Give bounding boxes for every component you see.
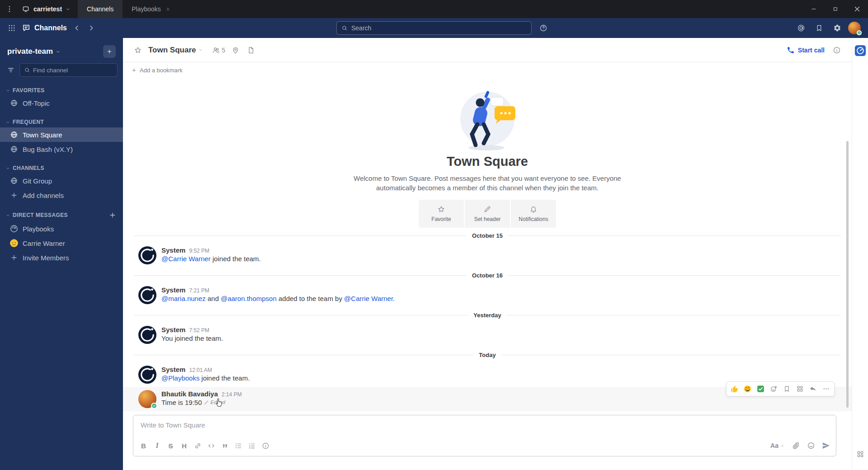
settings-button[interactable]	[830, 21, 844, 35]
italic-button[interactable]: I	[151, 439, 164, 452]
bold-button[interactable]: B	[137, 439, 150, 452]
add-reaction-button[interactable]	[768, 383, 780, 395]
recent-mentions-button[interactable]	[794, 21, 808, 35]
quick-reaction-smile-button[interactable]	[741, 383, 754, 395]
product-switcher-button[interactable]	[5, 21, 19, 35]
add-direct-message-button[interactable]	[108, 211, 117, 219]
mention-link[interactable]: @Carrie Warner	[344, 295, 393, 302]
add-bookmark-button[interactable]: Add a bookmark	[131, 67, 183, 74]
quick-reaction-thumbsup-button[interactable]	[728, 383, 741, 395]
message-author[interactable]: System	[161, 246, 185, 254]
maximize-button[interactable]	[825, 0, 846, 18]
arrow-right-icon	[87, 24, 95, 32]
minimize-button[interactable]	[803, 0, 825, 18]
intro-action-set-header[interactable]: Set header	[465, 200, 510, 228]
mention-link[interactable]: @Playbooks	[161, 374, 199, 382]
message-input[interactable]: Write to Town Square	[133, 415, 836, 437]
message-bhautik-bavadiya[interactable]: Bhautik Bavadiya2:14 PMTime is 19:50Edit…	[123, 387, 852, 411]
channel-info-button[interactable]	[830, 43, 844, 57]
channel-files-button[interactable]	[244, 43, 258, 57]
sidebar-item-invite-members[interactable]: Invite Members	[0, 250, 123, 265]
apps-grid-button[interactable]	[856, 450, 864, 460]
sidebar-item-playbooks[interactable]: Playbooks	[0, 221, 123, 236]
message-author[interactable]: Bhautik Bavadiya	[161, 390, 218, 398]
playbooks-app-button[interactable]	[854, 44, 867, 57]
sidebar-section-frequent: FREQUENTTown SquareBug Bash (vX.Y)	[0, 118, 123, 156]
scrollbar-thumb[interactable]	[846, 141, 849, 408]
sidebar-item-bug-bash-vx-y[interactable]: Bug Bash (vX.Y)	[0, 142, 123, 156]
app-menu-button[interactable]	[0, 0, 19, 18]
sidebar-item-off-topic[interactable]: Off-Topic	[0, 96, 123, 110]
mention-link[interactable]: @maria.nunez	[161, 295, 206, 302]
code-button[interactable]	[205, 439, 218, 452]
team-menu-button[interactable]: private-team	[7, 47, 61, 56]
user-avatar[interactable]	[848, 22, 861, 34]
help-button[interactable]	[536, 21, 551, 35]
sidebar-item-add-channels[interactable]: Add channels	[0, 188, 123, 202]
sidebar-item-git-group[interactable]: Git Group	[0, 174, 123, 188]
sidebar-section-header-favorites[interactable]: FAVORITES	[0, 86, 123, 96]
sidebar-item-carrie-warner[interactable]: Carrie Warner	[0, 236, 123, 250]
close-window-button[interactable]	[846, 0, 868, 18]
sidebar-section-header-direct-messages[interactable]: DIRECT MESSAGES	[0, 210, 123, 221]
globe-icon	[10, 131, 18, 139]
message-actions-button[interactable]	[794, 383, 806, 395]
global-search[interactable]	[336, 21, 532, 35]
close-tab-icon[interactable]	[165, 7, 170, 12]
message-author[interactable]: System	[161, 366, 185, 373]
find-channel-box[interactable]	[19, 63, 118, 77]
quick-reaction-white-check-mark-button[interactable]	[755, 383, 767, 395]
intro-action-notifications[interactable]: Notifications	[511, 200, 556, 228]
find-channel-input[interactable]	[33, 67, 113, 74]
message-timestamp: 7:21 PM	[189, 287, 209, 294]
favorite-channel-button[interactable]	[131, 43, 145, 57]
mention-link[interactable]: @Carrie Warner	[161, 255, 211, 263]
channel-intro-actions: Favorite Set header Notifications	[123, 200, 852, 228]
attach-file-button[interactable]	[789, 439, 802, 452]
message-author[interactable]: System	[161, 286, 185, 294]
heading-button[interactable]: H	[178, 439, 191, 452]
toggle-formatting-button[interactable]: Aa	[768, 439, 788, 452]
history-forward-button[interactable]	[84, 21, 99, 35]
message-system[interactable]: System7:21 PM@maria.nunez and @aaron.tho…	[123, 283, 852, 307]
reply-button[interactable]	[807, 383, 819, 395]
saved-messages-button[interactable]	[812, 21, 826, 35]
search-input[interactable]	[351, 24, 527, 32]
channel-members-button[interactable]: 5	[210, 46, 227, 54]
global-header: Channels	[0, 18, 868, 38]
message-system[interactable]: System9:52 PM@Carrie Warner joined the t…	[123, 243, 852, 268]
channel-name-menu[interactable]: Town Square	[146, 46, 205, 55]
message-system[interactable]: System7:52 PMYou joined the team.	[123, 323, 852, 347]
sidebar-section-header-channels[interactable]: CHANNELS	[0, 164, 123, 174]
sidebar-section-label: FREQUENT	[13, 119, 44, 125]
more-actions-button[interactable]	[820, 383, 832, 395]
file-icon	[247, 46, 255, 54]
history-back-button[interactable]	[70, 21, 84, 35]
channel-header: Town Square 5 Start call	[123, 38, 852, 62]
quote-button[interactable]	[218, 439, 231, 452]
emoji-picker-button[interactable]	[804, 439, 817, 452]
save-message-button[interactable]	[781, 383, 793, 395]
server-selector[interactable]: carrietest	[19, 5, 78, 13]
sidebar-item-town-square[interactable]: Town Square	[0, 127, 123, 142]
sidebar-section-header-frequent[interactable]: FREQUENT	[0, 118, 123, 127]
add-channel-button[interactable]	[103, 45, 116, 58]
pinned-posts-button[interactable]	[229, 43, 242, 57]
tab-playbooks[interactable]: Playbooks	[123, 0, 179, 18]
intro-action-favorite[interactable]: Favorite	[419, 200, 464, 228]
channel-filter-button[interactable]	[5, 63, 17, 77]
link-button[interactable]	[191, 439, 204, 452]
message-composer[interactable]: Write to Town Square BISH123 Aa	[133, 415, 836, 456]
message-author[interactable]: System	[161, 326, 185, 334]
bulleted-list-button[interactable]	[232, 439, 245, 452]
channel-intro: Town Square Welcome to Town Square. Post…	[123, 85, 852, 228]
tab-channels[interactable]: Channels	[78, 0, 123, 18]
send-message-button[interactable]	[819, 439, 832, 452]
strikethrough-button[interactable]: S	[164, 439, 177, 452]
help-button[interactable]	[259, 439, 272, 452]
numbered-list-button[interactable]: 123	[245, 439, 259, 452]
playbooks-app-icon	[854, 45, 866, 56]
product-name: Channels	[34, 24, 67, 32]
mention-link[interactable]: @aaron.thompson	[221, 295, 277, 302]
start-call-button[interactable]: Start call	[783, 46, 828, 54]
